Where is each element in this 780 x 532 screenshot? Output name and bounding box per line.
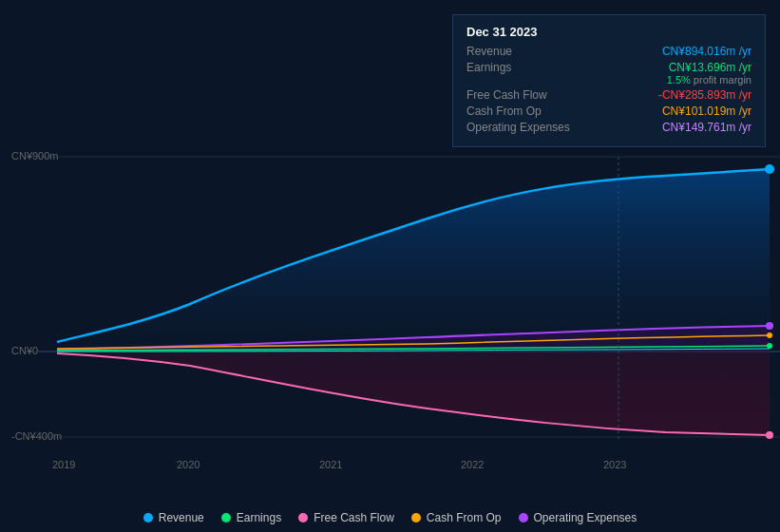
svg-point-4 (765, 164, 774, 174)
opex-dot (519, 513, 528, 522)
legend-fcf-label: Free Cash Flow (314, 511, 394, 524)
fcf-value: -CN¥285.893m /yr (658, 88, 751, 102)
legend-fcf[interactable]: Free Cash Flow (298, 511, 394, 524)
fcf-label: Free Cash Flow (466, 88, 590, 102)
earnings-dot (221, 513, 231, 522)
svg-text:2020: 2020 (177, 459, 200, 470)
tooltip-revenue-row: Revenue CN¥894.016m /yr (466, 45, 751, 58)
tooltip-panel: Dec 31 2023 Revenue CN¥894.016m /yr Earn… (452, 14, 766, 147)
cashfromop-label: Cash From Op (466, 104, 590, 118)
svg-text:2021: 2021 (319, 459, 342, 470)
legend-cashfromop-label: Cash From Op (427, 511, 502, 524)
svg-point-8 (766, 431, 773, 439)
legend-revenue-label: Revenue (159, 511, 204, 524)
svg-point-5 (766, 322, 773, 330)
cashfromop-value: CN¥101.019m /yr (662, 104, 751, 118)
earnings-label: Earnings (466, 61, 590, 74)
legend-cashfromop[interactable]: Cash From Op (411, 511, 502, 524)
revenue-dot (143, 513, 153, 522)
revenue-value: CN¥894.016m /yr (662, 45, 751, 58)
legend-revenue[interactable]: Revenue (143, 511, 204, 524)
legend-earnings[interactable]: Earnings (221, 511, 281, 524)
legend-opex[interactable]: Operating Expenses (519, 511, 637, 524)
earnings-value-block: CN¥13.696m /yr 1.5% profit margin (667, 61, 751, 86)
svg-text:-CN¥400m: -CN¥400m (11, 430, 62, 442)
svg-point-6 (767, 332, 772, 338)
svg-text:2022: 2022 (461, 459, 484, 470)
tooltip-earnings-row: Earnings CN¥13.696m /yr 1.5% profit marg… (466, 61, 751, 86)
legend-earnings-label: Earnings (237, 511, 281, 524)
svg-text:2019: 2019 (52, 459, 75, 470)
legend-opex-label: Operating Expenses (534, 511, 637, 524)
chart-legend: Revenue Earnings Free Cash Flow Cash Fro… (0, 511, 780, 524)
tooltip-date: Dec 31 2023 (466, 25, 751, 39)
fcf-dot (298, 513, 308, 522)
svg-text:CN¥900m: CN¥900m (11, 150, 59, 162)
tooltip-fcf-row: Free Cash Flow -CN¥285.893m /yr (466, 88, 751, 102)
opex-value: CN¥149.761m /yr (662, 121, 751, 134)
tooltip-cashfromop-row: Cash From Op CN¥101.019m /yr (466, 104, 751, 118)
earnings-value: CN¥13.696m /yr (667, 61, 751, 74)
svg-text:2023: 2023 (603, 459, 626, 470)
profit-margin: 1.5% profit margin (667, 74, 751, 86)
svg-text:CN¥0: CN¥0 (11, 345, 38, 356)
svg-point-7 (767, 343, 772, 349)
tooltip-opex-row: Operating Expenses CN¥149.761m /yr (466, 121, 751, 134)
revenue-label: Revenue (466, 45, 590, 58)
cashfromop-dot (411, 513, 421, 522)
opex-label: Operating Expenses (466, 121, 590, 134)
